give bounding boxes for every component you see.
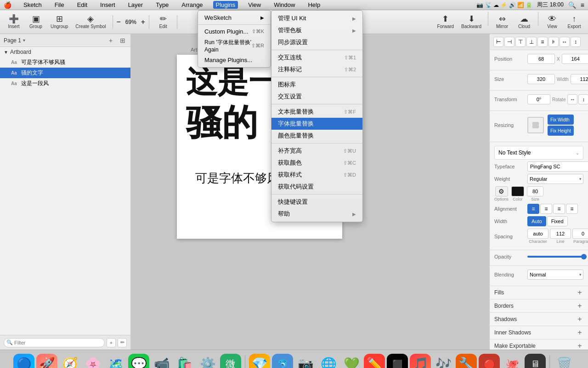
dock-terminal[interactable]: ⬛ xyxy=(387,354,408,368)
align-bottom-edge-button[interactable]: ⊧ xyxy=(548,37,559,47)
align-top-edge-button[interactable]: ⊥ xyxy=(526,37,537,47)
group-button[interactable]: ▣ Group xyxy=(26,12,46,32)
insert-button[interactable]: ➕ Insert xyxy=(4,12,24,32)
size-height-input[interactable] xyxy=(571,74,588,84)
shadows-section-header[interactable]: Shadows + xyxy=(490,312,588,326)
align-center-button[interactable]: ≡ xyxy=(540,204,552,214)
dock-trash[interactable]: 🗑️ xyxy=(554,354,575,368)
options-button[interactable]: ⚙ xyxy=(495,186,508,196)
shadows-add-button[interactable]: + xyxy=(576,316,583,323)
menubar-plugins[interactable]: Plugins xyxy=(213,1,238,9)
dock-toolbox[interactable]: 🔧 xyxy=(456,354,477,368)
menubar-insert[interactable]: Insert xyxy=(97,1,118,9)
character-spacing-input[interactable] xyxy=(527,229,548,239)
manage-plugins-menu-item[interactable]: Manage Plugins... xyxy=(198,55,271,65)
transform-rotate-input[interactable] xyxy=(527,94,550,104)
fills-add-button[interactable]: + xyxy=(576,289,583,296)
submenu-sync-settings[interactable]: 同步源设置 xyxy=(271,36,362,48)
position-x-input[interactable] xyxy=(527,54,555,64)
dock-launchpad[interactable]: 🚀 xyxy=(36,354,57,368)
submenu-icon-library[interactable]: 图标库 xyxy=(271,79,362,91)
dock-itunes[interactable]: 🎶 xyxy=(433,354,454,368)
submenu-annotation[interactable]: 注释标记 ⇧⌘2 xyxy=(271,63,362,75)
dock-facetime[interactable]: 📹 xyxy=(151,354,172,368)
menubar-view[interactable]: View xyxy=(245,1,264,9)
dock-wechat[interactable]: 微 xyxy=(220,354,241,368)
align-right-edge-button[interactable]: ⊤ xyxy=(515,37,526,47)
opacity-slider[interactable] xyxy=(527,256,587,258)
menubar-edit[interactable]: Edit xyxy=(74,1,90,9)
menubar-sketch[interactable]: Sketch xyxy=(21,1,45,9)
menubar-type[interactable]: Type xyxy=(153,1,171,9)
fix-height-button[interactable]: Fix Height xyxy=(548,126,574,136)
wesketch-menu-item[interactable]: WeSketch ▶ xyxy=(198,12,271,23)
notifications-icon[interactable]: ≡ xyxy=(581,1,584,9)
edit-layer-button[interactable]: ✏ xyxy=(118,338,127,347)
zoom-control[interactable]: − 69% + xyxy=(117,18,146,26)
dock-safari[interactable]: 🧭 xyxy=(59,354,80,368)
dock-github[interactable]: 🐙 xyxy=(502,354,523,368)
layers-toggle-button[interactable]: ⊞ xyxy=(119,36,127,45)
align-left-button[interactable]: ≡ xyxy=(527,204,539,214)
dock-music[interactable]: 🎵 xyxy=(410,354,431,368)
width-auto-button[interactable]: Auto xyxy=(527,216,546,226)
submenu-help[interactable]: 帮助 ▶ xyxy=(271,208,362,220)
weight-select[interactable]: Regular Medium Bold Light xyxy=(527,174,583,184)
distribute-v-button[interactable]: ↕ xyxy=(571,37,581,47)
submenu-text-batch-replace[interactable]: 文本批量替换 ⇧⌘F xyxy=(271,106,362,118)
dock-finder[interactable]: 🔵 xyxy=(13,354,34,368)
dock-monitor[interactable]: 🖥 xyxy=(525,354,546,368)
menubar-layer[interactable]: Layer xyxy=(125,1,146,9)
submenu-shortcut-settings[interactable]: 快捷键设置 xyxy=(271,196,362,208)
submenu-font-batch-replace[interactable]: 字体批量替换 xyxy=(271,118,362,130)
borders-add-button[interactable]: + xyxy=(576,302,583,310)
menubar-arrange[interactable]: Arrange xyxy=(179,1,205,9)
dock-chrome[interactable]: ⚙️ xyxy=(197,354,218,368)
typeface-input[interactable] xyxy=(527,161,588,172)
submenu-color-batch-replace[interactable]: 颜色批量替换 xyxy=(271,130,362,142)
layer-item-0[interactable]: Aa 可是字体不够风骚 xyxy=(0,57,130,68)
make-exportable-add-button[interactable]: + xyxy=(576,342,583,350)
dock-appstore[interactable]: 🛍️ xyxy=(174,354,195,368)
align-center-v-button[interactable]: ⊣ xyxy=(504,37,514,47)
layer-item-1[interactable]: Aa 骚的文字 xyxy=(0,68,130,78)
align-justify-button[interactable]: ≡ xyxy=(566,204,578,214)
dock-vectornator[interactable]: ✏️ xyxy=(364,354,385,368)
submenu-get-style[interactable]: 获取样式 ⇧⌘D xyxy=(271,169,362,181)
dock-wechat2[interactable]: 💚 xyxy=(341,354,362,368)
mirror-button[interactable]: ⇔ Mirror xyxy=(492,12,512,32)
flip-horizontal-button[interactable]: ↔ xyxy=(567,94,577,104)
backward-button[interactable]: ⬇ Backward xyxy=(458,12,484,32)
fix-width-button[interactable]: Fix Width xyxy=(548,115,574,125)
submenu-manage-ui-kit[interactable]: 管理 UI Kit ▶ xyxy=(271,12,362,24)
create-symbol-button[interactable]: ◈ Create Symbol xyxy=(73,12,108,32)
edit-button[interactable]: ✏ Edit xyxy=(153,12,173,32)
color-swatch[interactable] xyxy=(511,186,524,196)
cloud-button[interactable]: ☁ Cloud xyxy=(514,12,534,32)
font-size-input[interactable] xyxy=(527,186,543,196)
ungroup-button[interactable]: ⊞ Ungroup xyxy=(48,12,71,32)
zoom-plus-icon[interactable]: + xyxy=(141,18,145,26)
align-right-button[interactable]: ≡ xyxy=(553,204,565,214)
menubar-help[interactable]: Help xyxy=(305,1,323,9)
export-button[interactable]: ↑ Export xyxy=(564,12,584,32)
menubar-window[interactable]: Window xyxy=(271,1,298,9)
dock-sketch[interactable]: 💎 xyxy=(249,354,270,368)
align-left-edge-button[interactable]: ⊢ xyxy=(493,37,503,47)
inner-shadows-add-button[interactable]: + xyxy=(576,329,583,336)
blending-select[interactable]: Normal Multiply Screen Overlay xyxy=(527,270,583,280)
dock-guiffy[interactable]: 🔴 xyxy=(479,354,500,368)
borders-section-header[interactable]: Borders + xyxy=(490,299,588,312)
add-layer-button[interactable]: + xyxy=(107,338,116,347)
custom-plugin-menu-item[interactable]: Custom Plugin... ⇧⌘K xyxy=(198,26,271,37)
distribute-h-button[interactable]: ↔ xyxy=(560,37,570,47)
apple-menu-icon[interactable]: 🍎 xyxy=(4,1,11,9)
submenu-get-code-settings[interactable]: 获取代码设置 xyxy=(271,181,362,193)
dock-globe[interactable]: 🌐 xyxy=(318,354,339,368)
forward-button[interactable]: ⬆ Forward xyxy=(434,12,457,32)
dock-photos[interactable]: 🌸 xyxy=(82,354,103,368)
artboard-group-header[interactable]: ▼ Artboard xyxy=(0,47,130,57)
view-button[interactable]: 👁 View xyxy=(542,12,562,32)
submenu-interaction-line[interactable]: 交互连线 ⇧⌘1 xyxy=(271,52,362,63)
layer-item-2[interactable]: Aa 这是一段风 xyxy=(0,78,130,89)
